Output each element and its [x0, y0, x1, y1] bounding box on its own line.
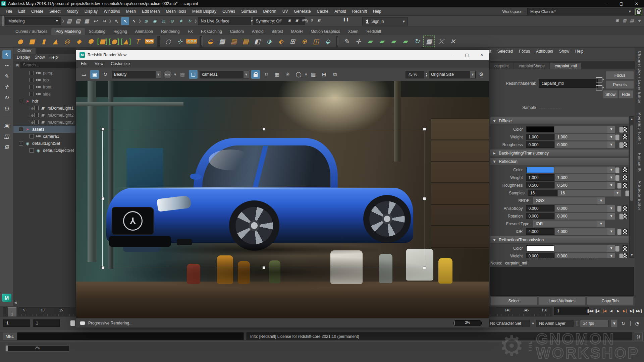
step-back-key-button[interactable]: ❙◀ — [600, 307, 607, 315]
slider-handle[interactable] — [615, 167, 620, 173]
shelf-tab[interactable]: FX — [184, 28, 197, 35]
play-forwards-button[interactable]: ▶ — [614, 307, 621, 315]
scroll-down-icon[interactable]: ▼ — [630, 253, 634, 257]
target-weld-icon[interactable]: ⊕ — [299, 36, 310, 47]
camera-dropdown[interactable]: camera1 ▼ — [200, 71, 249, 78]
selection-handle[interactable] — [101, 197, 104, 200]
character-set-dropdown[interactable]: No Character Set — [487, 320, 530, 327]
go-to-end-button[interactable]: ▶▶❚ — [636, 307, 642, 315]
animation-start-field[interactable]: 1 — [33, 319, 60, 327]
shelf-tab[interactable]: Rendering — [157, 28, 183, 35]
workspace-lock-icon[interactable] — [635, 8, 642, 15]
shelf-tab[interactable]: Sculpting — [85, 28, 109, 35]
region-render-button[interactable]: ▢ — [189, 70, 198, 79]
texture-map-button[interactable] — [623, 245, 628, 251]
poly-disc-icon[interactable]: ⬢ — [85, 36, 96, 47]
menu-item[interactable]: File — [3, 9, 15, 14]
live-surface-field[interactable]: No Live Surface — [198, 17, 251, 25]
fps-dropdown[interactable]: 24 fps — [580, 320, 609, 327]
new-scene-icon[interactable]: ▤ — [65, 17, 73, 25]
animation-preferences-icon[interactable]: ✦ — [643, 320, 644, 327]
redo-icon[interactable]: ↪ — [100, 17, 108, 25]
step-forward-frame-button[interactable]: ▶❚ — [629, 307, 635, 315]
poly-plane-icon[interactable]: ◆ — [73, 36, 84, 47]
dropdown[interactable]: IOR▼ — [533, 220, 605, 228]
restart-render-icon[interactable]: ↻ — [101, 70, 110, 79]
value-field[interactable]: 0.000 — [526, 253, 554, 258]
slider-handle[interactable] — [617, 229, 622, 235]
sep3[interactable] — [336, 36, 338, 47]
crease-tool-icon[interactable]: ✎ — [341, 36, 352, 47]
outliner-item[interactable]: top — [13, 76, 75, 83]
dropdown[interactable]: 0.000▼ — [554, 252, 615, 258]
select-tool[interactable]: ↖ — [2, 50, 11, 59]
ae-menu-item[interactable]: Focus — [519, 49, 530, 54]
focus-button[interactable]: Focus — [606, 71, 634, 79]
separate-icon[interactable]: ▦ — [217, 36, 227, 47]
bevel-icon[interactable]: ◧ — [252, 36, 263, 47]
menu-item[interactable]: Arnold — [331, 9, 349, 14]
notes-textarea[interactable] — [490, 267, 634, 296]
command-language-toggle[interactable]: MEL — [3, 333, 17, 340]
sep2[interactable] — [200, 36, 202, 47]
material-name-field[interactable]: carpaint_mtl — [539, 79, 598, 88]
shelf-tab[interactable]: Bifrost — [268, 28, 287, 35]
quad-draw-icon[interactable]: ⬙ — [322, 36, 333, 47]
command-input[interactable] — [17, 333, 244, 340]
shelf-tab[interactable]: Animation — [131, 28, 157, 35]
presets-button[interactable]: Presets — [606, 80, 634, 89]
slider-handle[interactable] — [619, 127, 624, 133]
shelf-tab[interactable]: FX Caching — [197, 28, 226, 35]
poly-sphere-interactive-icon[interactable]: ● — [109, 36, 119, 47]
dropdown[interactable]: 0.000▼ — [554, 205, 615, 212]
expander-icon[interactable] — [30, 78, 34, 82]
outliner-item[interactable]: ◉ defaultObjectSet — [13, 147, 75, 154]
make-live-icon[interactable]: ❖ — [177, 17, 185, 25]
play-backwards-button[interactable]: ◀ — [607, 307, 614, 315]
shelf-tab[interactable]: Poly Modeling — [51, 28, 85, 35]
close-button[interactable]: ✕ — [474, 53, 489, 57]
outliner-item[interactable]: └─● ≡ rsDomeLight3 — [13, 119, 75, 126]
poly-cone-icon[interactable]: ▲ — [50, 36, 61, 47]
start-render-button[interactable]: ▣ — [90, 70, 99, 79]
snap-to-point-icon[interactable]: ◎ — [159, 17, 167, 25]
section-header-reflection[interactable]: ▼ Reflection — [490, 158, 629, 165]
shelf-tab[interactable]: Motion Graphics — [307, 28, 344, 35]
uv-grid-2-icon[interactable]: ▰ — [376, 36, 387, 47]
menu-item[interactable]: Edit Mesh — [139, 9, 163, 14]
slider-handle[interactable] — [617, 206, 622, 212]
outliner-menu-item[interactable]: Show — [35, 55, 45, 60]
dropdown[interactable]: 1.000▼ — [554, 133, 615, 141]
vertical-panel-tab[interactable]: Attribute Editor — [638, 181, 642, 210]
close-button[interactable]: ✕ — [629, 1, 644, 6]
dropdown[interactable]: 0.500▼ — [554, 182, 615, 189]
texture-map-button[interactable] — [623, 182, 628, 188]
chevron-down-icon[interactable]: ▼ — [532, 322, 534, 325]
aov-dropdown[interactable]: Beauty ▼ — [112, 71, 161, 78]
paint-select-tool[interactable]: ✎ — [2, 72, 11, 80]
dropdown[interactable]: ▼ — [554, 245, 615, 252]
uv-grid-3-icon[interactable]: ▰ — [388, 36, 399, 47]
poly-cube-icon[interactable]: ■ — [26, 36, 37, 47]
footer-button[interactable]: Load Attributes — [538, 297, 585, 305]
texture-map-button[interactable] — [623, 175, 628, 180]
color-correction-icon[interactable]: ◯ — [294, 70, 303, 79]
value-field[interactable]: 1.000 — [526, 134, 554, 140]
outliner-item[interactable]: − ➤ hdr — [13, 98, 75, 105]
slider-handle[interactable] — [619, 253, 624, 258]
checker-background-icon[interactable]: ▦ — [178, 70, 187, 79]
node-tab[interactable]: carpaint — [490, 63, 514, 69]
scale-tool[interactable]: ⊡ — [2, 104, 11, 113]
uv-grid-1-icon[interactable]: ▰ — [365, 36, 375, 47]
outliner-item[interactable]: front — [13, 83, 75, 90]
shelf-tab[interactable]: Curves / Surfaces — [11, 28, 51, 35]
selection-handle[interactable] — [101, 128, 104, 131]
toolbox-toggle-icon[interactable]: ⊞ — [614, 17, 621, 24]
outliner-item[interactable]: camera1 — [13, 133, 75, 140]
menu-item[interactable]: UV — [279, 9, 291, 14]
menu-item[interactable]: Mesh Display — [189, 9, 219, 14]
value-field[interactable]: 16 — [528, 190, 557, 196]
go-to-start-button[interactable]: ❚◀◀ — [586, 307, 593, 315]
selection-handle[interactable] — [423, 266, 426, 269]
chevron-down-icon[interactable]: ▼ — [251, 19, 253, 22]
